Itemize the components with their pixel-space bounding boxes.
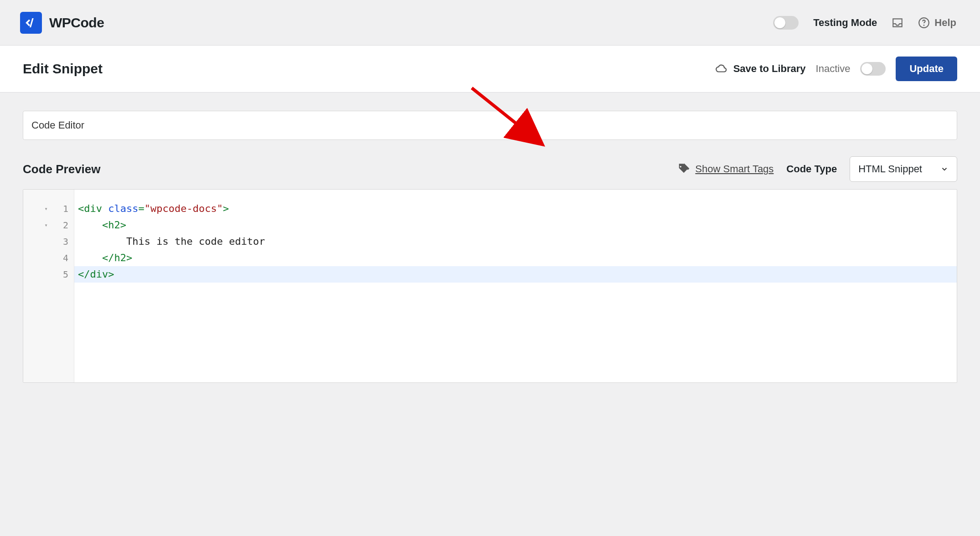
save-to-library-button[interactable]: Save to Library <box>715 63 806 75</box>
code-line[interactable]: <h2> <box>74 217 957 233</box>
editor-gutter: ▾1▾2345 <box>23 190 74 382</box>
code-editor[interactable]: ▾1▾2345 <div class="wpcode-docs"> <h2> T… <box>23 189 957 383</box>
gutter-row: 3 <box>23 233 74 250</box>
code-line[interactable]: </div> <box>74 266 957 283</box>
editor-code-area[interactable]: <div class="wpcode-docs"> <h2> This is t… <box>74 190 957 382</box>
line-number: 3 <box>57 236 68 247</box>
sub-header: Edit Snippet Save to Library Inactive Up… <box>0 46 980 93</box>
top-bar: WPCode Testing Mode Help <box>0 0 980 46</box>
line-number: 1 <box>57 203 68 214</box>
code-type-value: HTML Snippet <box>858 163 922 175</box>
code-preview-label: Code Preview <box>23 162 101 176</box>
gutter-row: ▾1 <box>23 201 74 217</box>
tags-icon <box>677 163 690 175</box>
active-toggle[interactable] <box>860 62 886 76</box>
line-number: 5 <box>57 269 68 280</box>
gutter-row: 5 <box>23 266 74 283</box>
update-button[interactable]: Update <box>896 57 957 81</box>
testing-mode-label: Testing Mode <box>813 17 877 29</box>
line-number: 2 <box>57 220 68 231</box>
code-preview-header: Code Preview Show Smart Tags Code Type H… <box>23 156 957 182</box>
chevron-down-icon <box>940 165 949 173</box>
testing-mode-toggle[interactable] <box>773 16 799 30</box>
help-button[interactable]: Help <box>918 17 956 29</box>
help-icon <box>918 17 930 29</box>
gutter-row: ▾2 <box>23 217 74 233</box>
top-actions: Testing Mode Help <box>773 16 956 30</box>
sub-actions: Save to Library Inactive Update <box>715 57 957 81</box>
status-label: Inactive <box>816 63 851 75</box>
code-type-select[interactable]: HTML Snippet <box>850 156 957 182</box>
fold-icon[interactable]: ▾ <box>43 222 49 228</box>
cloud-icon <box>715 63 727 75</box>
line-number: 4 <box>57 253 68 263</box>
snippet-title-input[interactable] <box>23 111 957 140</box>
inbox-icon <box>892 17 903 29</box>
code-line[interactable]: This is the code editor <box>74 233 957 250</box>
code-line[interactable]: <div class="wpcode-docs"> <box>74 201 957 217</box>
svg-point-1 <box>923 25 925 26</box>
brand-name: WPCode <box>49 15 104 31</box>
code-line[interactable]: </h2> <box>74 250 957 266</box>
main-content: Code Preview Show Smart Tags Code Type H… <box>0 93 980 406</box>
help-label: Help <box>934 17 956 29</box>
show-smart-tags-label: Show Smart Tags <box>695 163 774 175</box>
brand: WPCode <box>20 12 104 34</box>
page-title: Edit Snippet <box>23 61 103 77</box>
inbox-button[interactable] <box>892 17 903 29</box>
show-smart-tags-button[interactable]: Show Smart Tags <box>677 163 774 175</box>
code-type-label: Code Type <box>786 163 837 175</box>
save-to-library-label: Save to Library <box>733 63 806 75</box>
fold-icon[interactable]: ▾ <box>43 206 49 212</box>
brand-logo-icon <box>20 12 42 34</box>
gutter-row: 4 <box>23 250 74 266</box>
